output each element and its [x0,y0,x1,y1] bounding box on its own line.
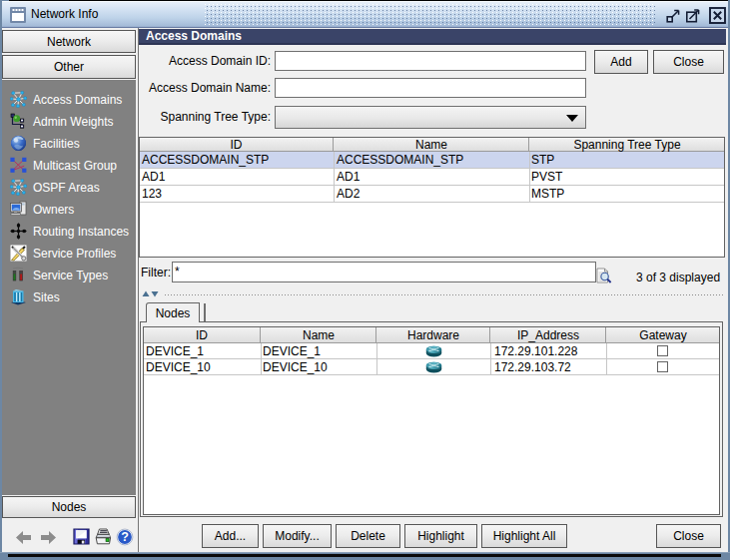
svg-text:?: ? [121,530,129,544]
